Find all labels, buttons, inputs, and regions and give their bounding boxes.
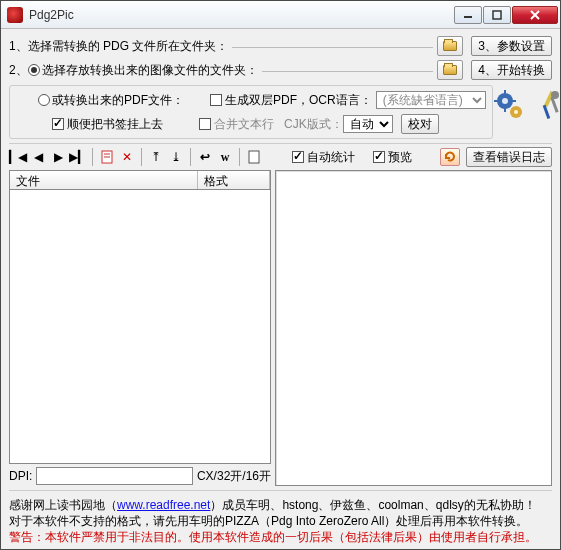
svg-rect-9 bbox=[512, 100, 516, 102]
pdf-output-label: 或转换出来的PDF文件： bbox=[52, 92, 184, 109]
svg-rect-6 bbox=[504, 90, 506, 94]
file-list-pane: 文件 格式 DPI: CX/32开/16开 bbox=[9, 170, 271, 486]
next-button[interactable]: ▶ bbox=[49, 148, 67, 166]
preview-check[interactable] bbox=[373, 151, 385, 163]
window-controls bbox=[454, 6, 558, 24]
auto-stat-check[interactable] bbox=[292, 151, 304, 163]
svg-point-5 bbox=[502, 98, 508, 104]
svg-rect-13 bbox=[542, 105, 550, 119]
app-window: Pdg2Pic 1、选择需转换的 PDG 文件所在文件夹： 3、参数设置 2、 … bbox=[0, 0, 561, 550]
window-title: Pdg2Pic bbox=[29, 8, 454, 22]
bookmark-label: 顺便把书签挂上去 bbox=[67, 116, 163, 133]
cjk-select[interactable]: 自动 bbox=[343, 115, 393, 133]
auto-stat-label: 自动统计 bbox=[307, 149, 355, 166]
wrap-button[interactable]: ↩ bbox=[196, 148, 214, 166]
divider bbox=[92, 148, 93, 166]
dpi-label: DPI: bbox=[9, 469, 32, 483]
refresh-button[interactable] bbox=[440, 148, 460, 166]
main-split: 文件 格式 DPI: CX/32开/16开 bbox=[9, 170, 552, 486]
svg-rect-7 bbox=[504, 108, 506, 112]
top-button[interactable]: ⤒ bbox=[147, 148, 165, 166]
svg-rect-8 bbox=[494, 100, 498, 102]
prev-button[interactable]: ◀ bbox=[29, 148, 47, 166]
warning-label: 警告： bbox=[9, 530, 45, 544]
warning-text: 本软件严禁用于非法目的。使用本软件造成的一切后果（包括法律后果）由使用者自行承担… bbox=[45, 530, 537, 544]
double-layer-label: 生成双层PDF，OCR语言： bbox=[225, 92, 372, 109]
divider bbox=[262, 71, 434, 72]
minimize-button[interactable] bbox=[454, 6, 482, 24]
separator bbox=[9, 490, 552, 491]
row-source: 1、选择需转换的 PDG 文件所在文件夹： 3、参数设置 bbox=[9, 35, 552, 57]
error-log-button[interactable]: 查看错误日志 bbox=[466, 147, 552, 167]
preview-label: 预览 bbox=[388, 149, 412, 166]
divider bbox=[239, 148, 240, 166]
text-button[interactable]: w bbox=[216, 148, 234, 166]
dest-prefix: 2、 bbox=[9, 62, 28, 79]
readfree-link[interactable]: www.readfree.net bbox=[117, 498, 210, 512]
dpi-row: DPI: CX/32开/16开 bbox=[9, 466, 271, 486]
source-label: 1、选择需转换的 PDG 文件所在文件夹： bbox=[9, 38, 228, 55]
divider bbox=[141, 148, 142, 166]
dest-folder-radio[interactable] bbox=[28, 64, 40, 76]
merge-lines-label: 合并文本行 bbox=[214, 116, 274, 133]
pdf-output-radio[interactable] bbox=[38, 94, 50, 106]
dpi-input[interactable] bbox=[36, 467, 193, 485]
folder-icon bbox=[443, 65, 457, 75]
divider bbox=[232, 47, 433, 48]
ocr-lang-select[interactable]: (系统缺省语言) bbox=[376, 91, 486, 109]
merge-lines-check[interactable] bbox=[199, 118, 211, 130]
start-button[interactable]: 4、开始转换 bbox=[471, 60, 552, 80]
row-dest: 2、 选择存放转换出来的图像文件的文件夹： 4、开始转换 bbox=[9, 59, 552, 81]
credits-line: 感谢网上读书园地（www.readfree.net）成员车明、hstong、伊兹… bbox=[9, 497, 552, 513]
maximize-button[interactable] bbox=[483, 6, 511, 24]
content-area: 1、选择需转换的 PDG 文件所在文件夹： 3、参数设置 2、 选择存放转换出来… bbox=[1, 29, 560, 549]
proof-button[interactable]: 校对 bbox=[401, 114, 439, 134]
double-layer-check[interactable] bbox=[210, 94, 222, 106]
svg-rect-19 bbox=[249, 151, 259, 163]
dpi-suffix: CX/32开/16开 bbox=[197, 468, 271, 485]
close-button[interactable] bbox=[512, 6, 558, 24]
browse-dest-button[interactable] bbox=[437, 60, 463, 80]
tools-icon[interactable] bbox=[533, 89, 561, 121]
mid-toolbar-row: ▎◀ ◀ ▶ ▶▎ ✕ ⤒ ⤓ ↩ w 自动统计 预览 bbox=[9, 146, 552, 168]
svg-rect-1 bbox=[493, 11, 501, 19]
bottom-button[interactable]: ⤓ bbox=[167, 148, 185, 166]
list-body[interactable] bbox=[9, 190, 271, 464]
svg-rect-15 bbox=[550, 97, 558, 113]
app-icon bbox=[7, 7, 23, 23]
first-button[interactable]: ▎◀ bbox=[9, 148, 27, 166]
divider bbox=[190, 148, 191, 166]
last-button[interactable]: ▶▎ bbox=[69, 148, 87, 166]
separator bbox=[9, 143, 552, 144]
doc-button[interactable] bbox=[98, 148, 116, 166]
browse-source-button[interactable] bbox=[437, 36, 463, 56]
settings-icon[interactable] bbox=[493, 89, 525, 121]
warning-line: 警告：本软件严禁用于非法目的。使用本软件造成的一切后果（包括法律后果）由使用者自… bbox=[9, 530, 537, 544]
svg-point-11 bbox=[514, 110, 518, 114]
note-line: 对于本软件不支持的格式，请先用车明的PIZZA（Pdg Into ZeroZer… bbox=[9, 513, 552, 529]
folder-icon bbox=[443, 41, 457, 51]
dest-label: 选择存放转换出来的图像文件的文件夹： bbox=[42, 62, 258, 79]
list-header: 文件 格式 bbox=[9, 170, 271, 190]
cjk-label: CJK版式： bbox=[284, 116, 343, 133]
col-format[interactable]: 格式 bbox=[198, 171, 270, 189]
params-button[interactable]: 3、参数设置 bbox=[471, 36, 552, 56]
bookmark-check[interactable] bbox=[52, 118, 64, 130]
preview-pane bbox=[275, 170, 552, 486]
titlebar: Pdg2Pic bbox=[1, 1, 560, 29]
footer: 感谢网上读书园地（www.readfree.net）成员车明、hstong、伊兹… bbox=[9, 493, 552, 545]
doc2-button[interactable] bbox=[245, 148, 263, 166]
nav-toolbar: ▎◀ ◀ ▶ ▶▎ ✕ ⤒ ⤓ ↩ w bbox=[9, 146, 263, 168]
col-file[interactable]: 文件 bbox=[10, 171, 198, 189]
options-group: 或转换出来的PDF文件： 生成双层PDF，OCR语言： (系统缺省语言) 顺便把… bbox=[9, 85, 493, 139]
delete-button[interactable]: ✕ bbox=[118, 148, 136, 166]
